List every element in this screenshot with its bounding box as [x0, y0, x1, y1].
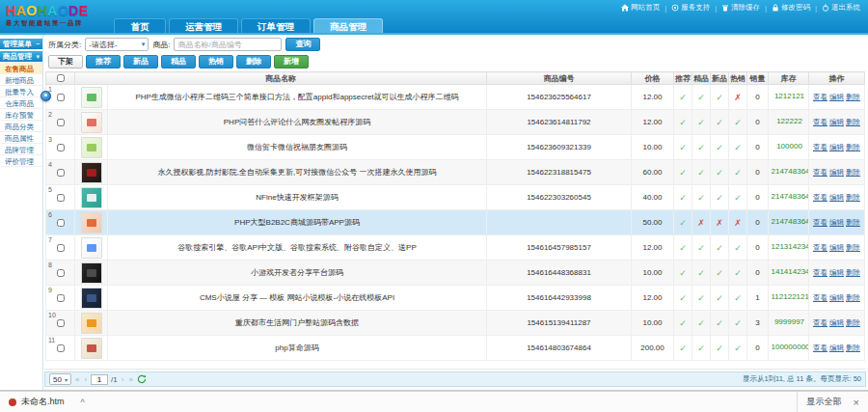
row-checkbox[interactable]: [57, 169, 65, 177]
action-delete-link[interactable]: 删除: [846, 193, 860, 202]
first-page-button[interactable]: «: [74, 375, 80, 384]
search-button[interactable]: 查询: [285, 38, 320, 51]
add-button[interactable]: 新增: [274, 55, 309, 69]
action-edit-link[interactable]: 编辑: [829, 318, 844, 327]
action-delete-link[interactable]: 删除: [846, 118, 860, 126]
product-search-input[interactable]: [174, 38, 282, 51]
floating-assistant-badge[interactable]: [41, 91, 51, 101]
action-delete-link[interactable]: 删除: [846, 268, 860, 277]
row-checkbox[interactable]: [57, 294, 65, 302]
last-page-button[interactable]: »: [127, 375, 133, 384]
sidebar-item-product-category[interactable]: 商品分类: [0, 121, 42, 132]
prev-page-button[interactable]: ‹: [83, 375, 88, 384]
delete-button[interactable]: 删除: [236, 55, 271, 69]
action-edit-link[interactable]: 编辑: [829, 143, 844, 151]
action-edit-link[interactable]: 编辑: [829, 343, 844, 352]
row-checkbox[interactable]: [57, 144, 65, 151]
total-pages-label: /1: [111, 375, 118, 384]
tab-home[interactable]: 首页: [114, 18, 166, 33]
action-view-link[interactable]: 查看: [813, 193, 827, 202]
next-page-button[interactable]: ›: [121, 375, 125, 384]
action-delete-link[interactable]: 删除: [846, 93, 860, 101]
tab-products[interactable]: 商品管理: [313, 18, 383, 33]
row-checkbox[interactable]: [57, 244, 65, 252]
product-thumbnail: [81, 137, 102, 158]
row-checkbox[interactable]: [57, 344, 65, 352]
row-checkbox[interactable]: [57, 319, 65, 327]
flag-new-check-icon: ✓: [711, 261, 729, 286]
sidebar-menu-title[interactable]: 管理菜单 −: [0, 39, 42, 50]
logo-letter: O: [58, 3, 68, 18]
top-header: HAOHAODE 最大智能建站第一品牌 网站首页|服务支持|清除缓存|修改密码|…: [0, 0, 868, 35]
row-checkbox[interactable]: [57, 219, 65, 227]
sidebar-item-stock-warning[interactable]: 库存预警: [0, 109, 42, 121]
sidebar-item-product-attribute[interactable]: 商品属性: [0, 132, 42, 144]
action-view-link[interactable]: 查看: [813, 93, 827, 101]
action-delete-link[interactable]: 删除: [846, 218, 860, 227]
hot-button[interactable]: 热销: [199, 55, 233, 69]
action-view-link[interactable]: 查看: [813, 343, 827, 352]
sidebar-group-products[interactable]: 商品管理 ▾: [0, 51, 42, 63]
page-size-select[interactable]: 50 ▾: [49, 373, 71, 385]
action-view-link[interactable]: 查看: [813, 168, 827, 177]
action-delete-link[interactable]: 删除: [846, 293, 860, 302]
content-panel: 所属分类: -请选择- ▾ 商品: 查询 下架推荐新品精品热销删除新增 商品名称…: [44, 35, 868, 390]
toplink-logout[interactable]: 退出系统: [822, 3, 860, 13]
action-edit-link[interactable]: 编辑: [829, 168, 844, 177]
tab-orders[interactable]: 订单管理: [241, 18, 311, 33]
flag-hot-check-icon: ✓: [729, 286, 747, 311]
toplink-clear-cache[interactable]: 清除缓存: [721, 3, 760, 13]
row-checkbox[interactable]: [57, 94, 65, 101]
tab-operations[interactable]: 运营管理: [169, 18, 238, 33]
sidebar-item-on-sale-products[interactable]: 在售商品: [0, 63, 42, 74]
sidebar-item-brand-management[interactable]: 品牌管理: [0, 144, 42, 155]
action-delete-link[interactable]: 删除: [846, 143, 860, 151]
page-number-input[interactable]: [91, 374, 108, 385]
action-delete-link[interactable]: 删除: [846, 318, 860, 327]
action-edit-link[interactable]: 编辑: [829, 193, 844, 202]
refresh-icon[interactable]: [137, 374, 147, 384]
col-boutique: 精品: [692, 72, 711, 85]
recommend-button[interactable]: 推荐: [86, 55, 121, 69]
product-name: PHP生成微信小程序二维码三个简单接口方法，配置appid和appsecret就…: [108, 85, 487, 110]
action-delete-link[interactable]: 删除: [846, 243, 860, 252]
action-view-link[interactable]: 查看: [813, 293, 827, 302]
collapse-icon[interactable]: −: [36, 39, 40, 50]
action-view-link[interactable]: 查看: [813, 268, 827, 277]
row-checkbox[interactable]: [57, 269, 65, 277]
caret-up-icon[interactable]: ^: [81, 398, 85, 407]
new-button[interactable]: 新品: [123, 55, 158, 69]
flag-boutique-check-icon: ✓: [692, 160, 711, 185]
action-delete-link[interactable]: 删除: [846, 168, 860, 177]
select-all-checkbox[interactable]: [57, 74, 65, 82]
action-view-link[interactable]: 查看: [813, 243, 827, 252]
sidebar-item-batch-import[interactable]: 批量导入: [0, 86, 42, 97]
action-edit-link[interactable]: 编辑: [829, 118, 844, 126]
action-edit-link[interactable]: 编辑: [829, 218, 844, 227]
sidebar-item-warehouse-products[interactable]: 仓库商品: [0, 97, 42, 109]
action-view-link[interactable]: 查看: [813, 318, 827, 327]
category-select[interactable]: -请选择- ▾: [85, 38, 149, 51]
action-view-link[interactable]: 查看: [813, 143, 827, 151]
toplink-site-home[interactable]: 网站首页: [621, 3, 660, 13]
action-edit-link[interactable]: 编辑: [829, 243, 844, 252]
show-all-downloads-button[interactable]: 显示全部: [797, 392, 852, 412]
toplink-service-support[interactable]: 服务支持: [671, 3, 710, 13]
sidebar-item-review-management[interactable]: 评价管理: [0, 155, 42, 167]
off-shelf-button[interactable]: 下架: [48, 55, 83, 69]
sidebar-items: 在售商品新增商品批量导入仓库商品库存预警商品分类商品属性品牌管理评价管理: [0, 63, 42, 167]
thumbnail-accent: [87, 119, 96, 126]
row-checkbox[interactable]: [57, 194, 65, 202]
action-edit-link[interactable]: 编辑: [829, 93, 844, 101]
action-view-link[interactable]: 查看: [813, 218, 827, 227]
action-edit-link[interactable]: 编辑: [829, 293, 844, 302]
action-edit-link[interactable]: 编辑: [829, 268, 844, 277]
sidebar-item-add-product[interactable]: 新增商品: [0, 74, 42, 86]
row-checkbox[interactable]: [57, 119, 65, 126]
download-item[interactable]: 未命名.htm ^: [9, 396, 85, 408]
boutique-button[interactable]: 精品: [161, 55, 196, 69]
action-view-link[interactable]: 查看: [813, 118, 827, 126]
toplink-change-password[interactable]: 修改密码: [772, 3, 810, 13]
close-shelf-icon[interactable]: ×: [852, 397, 868, 408]
action-delete-link[interactable]: 删除: [846, 343, 860, 352]
